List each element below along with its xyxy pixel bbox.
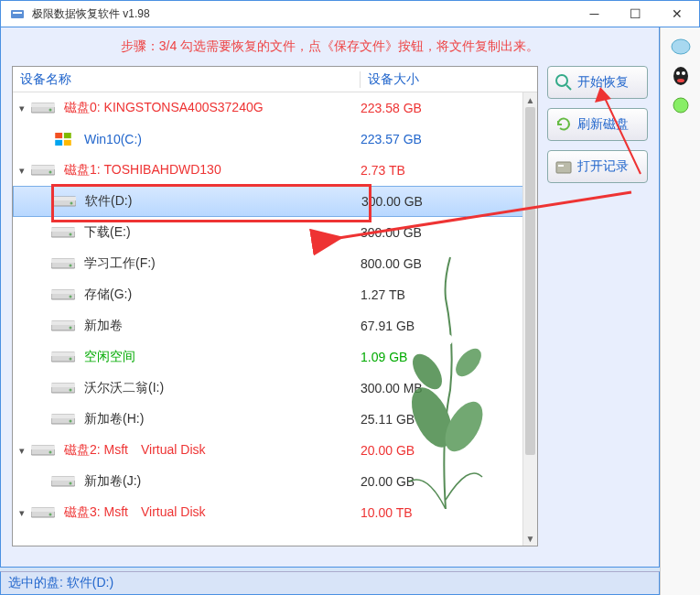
row-label: 磁盘2: Msft Virtual Disk [64,442,361,459]
svg-rect-49 [31,508,55,512]
vertical-scrollbar[interactable]: ▲ ▼ [522,92,537,546]
tree-row[interactable]: ▾磁盘2: Msft Virtual Disk20.00 GB [13,435,537,466]
start-recovery-label: 开始恢复 [577,74,629,91]
disk-icon [51,256,77,271]
row-label: 软件(D:) [85,193,361,210]
window-title: 极限数据恢复软件 v1.98 [32,6,574,22]
tree-row[interactable]: ▾磁盘0: KINGSTONSA400S37240G223.58 GB [13,92,537,124]
row-size: 67.91 GB [361,319,498,333]
tray-qq-icon[interactable] [662,62,699,90]
tree-row[interactable]: 存储(G:)1.27 TB [13,279,537,310]
svg-rect-13 [55,140,62,146]
svg-rect-0 [11,10,24,18]
expand-toggle-icon[interactable]: ▾ [13,103,31,114]
scroll-down-icon[interactable]: ▼ [523,531,537,546]
start-recovery-button[interactable]: 开始恢复 [547,66,648,99]
refresh-icon [554,114,574,135]
svg-line-58 [566,85,571,90]
svg-point-7 [673,98,688,113]
open-log-button[interactable]: 打开记录 [547,150,648,183]
windows-icon [51,132,77,146]
svg-point-23 [70,233,72,236]
svg-rect-14 [64,140,71,146]
row-label: 存储(G:) [84,287,361,303]
tree-row[interactable]: 学习工作(F:)800.00 GB [13,248,537,279]
expand-toggle-icon[interactable]: ▾ [13,507,31,519]
row-size: 300.00 GB [361,194,499,209]
minimize-button[interactable]: ─ [574,1,615,27]
device-tree-panel: 设备名称 设备大小 ▾磁盘0: KINGSTONSA400S37240G223.… [12,66,538,546]
svg-rect-60 [558,165,564,167]
svg-point-4 [676,71,680,75]
tree-row[interactable]: 新加卷67.91 GB [13,310,537,341]
scroll-up-icon[interactable]: ▲ [523,92,537,107]
svg-point-5 [682,71,685,75]
row-label: 下载(E:) [84,224,361,241]
status-bar: 选中的盘: 软件(D:) [0,571,660,595]
svg-rect-31 [51,321,75,325]
column-header-name[interactable]: 设备名称 [13,71,361,88]
tree-row[interactable]: 新加卷(J:)20.00 GB [13,466,537,497]
row-label: 沃尔沃二翁(I:) [84,380,361,396]
svg-point-6 [677,79,684,82]
side-tray [660,27,700,595]
search-icon [554,72,574,92]
folder-icon [554,157,574,177]
scroll-thumb[interactable] [525,107,535,455]
svg-point-20 [70,202,73,205]
disk-icon [51,412,77,427]
row-label: 空闲空间 [84,349,361,365]
tree-row[interactable]: 沃尔沃二翁(I:)300.00 MB [13,373,537,404]
tray-icon-1[interactable] [662,33,699,60]
tree-row[interactable]: 空闲空间1.09 GB [13,341,537,373]
tree-row[interactable]: ▾磁盘3: Msft Virtual Disk10.00 TB [13,497,537,528]
window-body: 步骤：3/4 勾选需要恢复的文件，点《保存文件》按钮，将文件复制出来。 设备名称… [0,27,660,568]
svg-point-44 [49,451,52,454]
expand-toggle-icon[interactable]: ▾ [13,165,31,177]
expand-toggle-icon[interactable]: ▾ [13,445,31,457]
refresh-disk-button[interactable]: 刷新磁盘 [547,108,648,141]
svg-point-10 [49,109,52,112]
row-size: 2.73 TB [361,163,498,178]
svg-point-29 [70,296,72,298]
svg-point-2 [672,39,690,54]
disk-icon [51,350,77,364]
svg-rect-22 [51,228,75,232]
disk-icon [51,319,77,333]
disk-icon [51,474,77,489]
svg-point-35 [70,358,72,361]
row-label: 学习工作(F:) [84,255,361,272]
row-size: 1.09 GB [361,350,498,364]
close-button[interactable]: ✕ [656,1,697,27]
svg-rect-59 [556,162,571,173]
tree-row[interactable]: 新加卷(H:)25.11 GB [13,404,537,435]
row-size: 223.58 GB [361,101,498,115]
row-label: 新加卷 [84,318,361,334]
row-label: 新加卷(J:) [84,473,361,490]
column-header-size[interactable]: 设备大小 [361,71,537,88]
tray-icon-3[interactable] [662,92,699,119]
svg-rect-28 [51,290,75,294]
svg-point-50 [49,514,52,516]
svg-rect-40 [51,415,75,418]
maximize-button[interactable]: ☐ [615,1,656,27]
tree-body: ▾磁盘0: KINGSTONSA400S37240G223.58 GBWin10… [13,92,537,546]
tree-row[interactable]: 下载(E:)300.00 GB [13,217,537,248]
svg-rect-19 [52,197,76,200]
row-size: 10.00 TB [361,505,498,520]
tree-row[interactable]: ▾磁盘1: TOSHIBAHDWD1302.73 TB [13,155,537,186]
row-label: 磁盘1: TOSHIBAHDWD130 [64,162,361,178]
row-label: 磁盘0: KINGSTONSA400S37240G [64,100,361,116]
instruction-text: 步骤：3/4 勾选需要恢复的文件，点《保存文件》按钮，将文件复制出来。 [12,38,648,55]
tree-row[interactable]: Win10(C:)223.57 GB [13,124,537,155]
open-log-label: 打开记录 [577,158,629,175]
tree-row[interactable]: 软件(D:)300.00 GB [13,186,537,217]
svg-rect-12 [64,133,71,138]
svg-rect-46 [51,477,75,481]
refresh-disk-label: 刷新磁盘 [577,116,629,133]
svg-rect-34 [51,352,75,356]
svg-rect-11 [55,133,62,138]
row-label: 磁盘3: Msft Virtual Disk [64,504,361,521]
action-button-panel: 开始恢复 刷新磁盘 打开记录 [547,66,648,546]
svg-rect-25 [51,259,75,263]
